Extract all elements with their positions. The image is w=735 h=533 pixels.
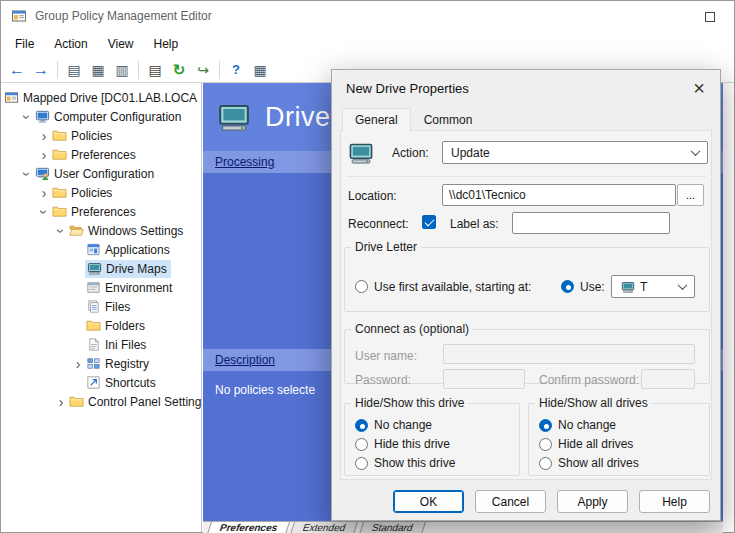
browse-button[interactable]: ...	[677, 184, 704, 206]
folder-icon	[51, 147, 67, 163]
tree-item-preferences[interactable]: ›Preferences	[1, 145, 201, 164]
connect-as-legend: Connect as (optional)	[351, 322, 473, 336]
collapse-icon[interactable]: ›	[54, 224, 68, 238]
drive-icon	[86, 261, 102, 277]
expand-icon[interactable]: ›	[37, 129, 51, 143]
collapse-icon[interactable]: ›	[37, 205, 51, 219]
console-window-icon[interactable]: ▦	[87, 59, 109, 81]
tree-item-policies[interactable]: ›Policies	[1, 126, 201, 145]
hide-show-all-drives-options: No changeHide all drivesShow all drives	[529, 410, 709, 470]
cancel-button[interactable]: Cancel	[475, 490, 546, 513]
label-as-input[interactable]	[512, 212, 670, 234]
menu-view[interactable]: View	[98, 33, 144, 55]
collapse-icon[interactable]: ›	[20, 110, 34, 124]
tree-item-label: Drive Maps	[106, 262, 167, 276]
expand-icon[interactable]: ›	[71, 357, 85, 371]
refresh-icon[interactable]: ↻	[168, 59, 190, 81]
menu-action[interactable]: Action	[44, 33, 97, 55]
bottom-tab-preferences[interactable]: Preferences	[207, 522, 290, 533]
hide-all-drives-no-change[interactable]: No change	[539, 418, 709, 432]
drive-letter-group: Drive Letter Use first available, starti…	[344, 240, 710, 312]
radio-label: Show all drives	[558, 456, 639, 470]
toolbar-separator	[138, 61, 139, 79]
radio-icon	[355, 457, 368, 470]
tab-general[interactable]: General	[342, 108, 411, 132]
help-icon[interactable]: ?	[225, 59, 247, 81]
tree-item-mapped-drive-dc01-lab-loca[interactable]: Mapped Drive [DC01.LAB.LOCA	[1, 88, 201, 107]
tree-item-preferences[interactable]: ›Preferences	[1, 202, 201, 221]
hide-show-all-drives-group: Hide/Show all drives No changeHide all d…	[528, 396, 710, 476]
use-radio[interactable]	[561, 280, 574, 293]
tree-item-drive-maps[interactable]: Drive Maps	[1, 259, 201, 278]
radio-icon	[539, 419, 552, 432]
radio-icon	[539, 457, 552, 470]
separator	[346, 176, 706, 177]
folder-icon	[51, 128, 67, 144]
computer-icon	[34, 109, 50, 125]
bottom-tab-extended[interactable]: Extended	[290, 522, 358, 533]
tree-item-applications[interactable]: Applications	[1, 240, 201, 259]
tree-item-label: Mapped Drive [DC01.LAB.LOCA	[23, 91, 197, 105]
expand-icon[interactable]: ›	[37, 186, 51, 200]
radio-icon	[355, 419, 368, 432]
details-pane-title: Drive	[265, 102, 331, 133]
close-button[interactable]: ×	[686, 75, 712, 101]
back-icon[interactable]: ←	[6, 59, 28, 81]
tree-item-shortcuts[interactable]: Shortcuts	[1, 373, 201, 392]
tree-item-user-configuration[interactable]: ›User Configuration	[1, 164, 201, 183]
bottom-tab-standard[interactable]: Standard	[359, 522, 425, 533]
tree-item-computer-configuration[interactable]: ›Computer Configuration	[1, 107, 201, 126]
action-row: Action: Update	[344, 140, 708, 166]
console-icon	[3, 90, 19, 106]
chevron-down-icon	[691, 146, 701, 156]
action-select[interactable]: Update	[442, 141, 708, 164]
tree-item-environment[interactable]: Environment	[1, 278, 201, 297]
radio-label: No change	[374, 418, 432, 432]
tree-selection-highlight: Drive Maps	[85, 260, 171, 278]
location-label: Location:	[348, 189, 397, 203]
tree-item-files[interactable]: Files	[1, 297, 201, 316]
expand-icon[interactable]: ›	[37, 148, 51, 162]
hide-show-this-drive-group: Hide/Show this drive No changeHide this …	[344, 396, 520, 476]
hide-all-drives-hide-all-drives[interactable]: Hide all drives	[539, 437, 709, 451]
tree-item-registry[interactable]: ›Registry	[1, 354, 201, 373]
tree-item-label: Preferences	[71, 148, 136, 162]
ok-button[interactable]: OK	[393, 490, 464, 513]
view-menu-icon[interactable]: ▦	[249, 59, 271, 81]
user-icon	[34, 166, 50, 182]
show-console-tree-icon[interactable]: ▤	[63, 59, 85, 81]
apply-button[interactable]: Apply	[557, 490, 628, 513]
hide-this-drive-show-this-drive[interactable]: Show this drive	[355, 456, 519, 470]
tree-item-control-panel-setting[interactable]: ›Control Panel Setting	[1, 392, 201, 411]
dialog-button-row: OKCancelApplyHelp	[393, 490, 710, 513]
tree-item-folders[interactable]: Folders	[1, 316, 201, 335]
tree-item-policies[interactable]: ›Policies	[1, 183, 201, 202]
export-icon[interactable]: ↪	[192, 59, 214, 81]
clipboard-icon[interactable]: ▥	[111, 59, 133, 81]
reconnect-checkbox[interactable]	[422, 215, 436, 229]
maximize-button[interactable]	[698, 8, 722, 26]
print-icon[interactable]: ▤	[144, 59, 166, 81]
hide-this-drive-hide-this-drive[interactable]: Hide this drive	[355, 437, 519, 451]
menu-bar: FileActionViewHelp	[1, 31, 734, 57]
app-icon	[11, 8, 27, 24]
help-button[interactable]: Help	[639, 490, 710, 513]
tree-item-label: Ini Files	[105, 338, 146, 352]
menu-help[interactable]: Help	[144, 33, 189, 55]
expand-icon[interactable]: ›	[54, 395, 68, 409]
tree-item-label: Folders	[105, 319, 145, 333]
collapse-icon[interactable]: ›	[20, 167, 34, 181]
tree-item-ini-files[interactable]: Ini Files	[1, 335, 201, 354]
hide-this-drive-no-change[interactable]: No change	[355, 418, 519, 432]
tree-item-windows-settings[interactable]: ›Windows Settings	[1, 221, 201, 240]
use-first-available-radio[interactable]	[355, 280, 368, 293]
drive-letter-select[interactable]: T	[611, 275, 695, 298]
registry-icon	[85, 356, 101, 372]
forward-icon[interactable]: →	[30, 59, 52, 81]
tab-common[interactable]: Common	[411, 108, 486, 132]
hide-all-drives-show-all-drives[interactable]: Show all drives	[539, 456, 709, 470]
folder-open-icon	[68, 223, 84, 239]
location-input[interactable]: \\dc01\Tecnico	[442, 184, 676, 206]
menu-file[interactable]: File	[5, 33, 44, 55]
use-first-available-label: Use first available, starting at:	[374, 280, 531, 294]
